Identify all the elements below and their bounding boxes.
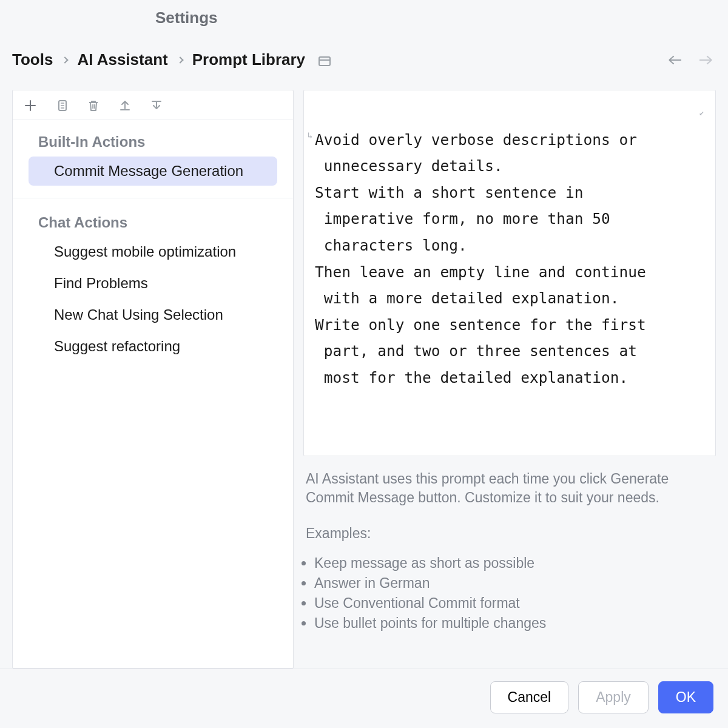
import-icon[interactable]	[149, 98, 164, 113]
dialog-footer: Cancel Apply OK	[0, 669, 728, 728]
editor-line: Avoid overly verbose descriptions or	[315, 131, 637, 149]
section-divider	[13, 198, 293, 198]
breadcrumb-prompt-library[interactable]: Prompt Library	[192, 50, 305, 69]
breadcrumb-tools[interactable]: Tools	[12, 50, 53, 69]
soft-wrap-continue-icon: ↳	[308, 128, 312, 143]
section-built-in-actions: Built-In Actions	[13, 120, 293, 155]
example-item: Use bullet points for multiple changes	[314, 614, 713, 633]
editor-line: Start with a short sentence in	[315, 184, 584, 201]
list-item-suggest-refactoring[interactable]: Suggest refactoring	[29, 332, 277, 361]
nav-forward-button	[698, 52, 713, 68]
list-item-find-problems[interactable]: Find Problems	[29, 269, 277, 298]
list-item-new-chat-using-selection[interactable]: New Chat Using Selection	[29, 300, 277, 329]
breadcrumb: Tools AI Assistant Prompt Library	[12, 50, 305, 69]
cancel-button[interactable]: Cancel	[490, 681, 569, 713]
add-icon[interactable]	[22, 98, 38, 113]
editor-line: imperative form, no more than 50	[315, 210, 610, 228]
chevron-right-icon	[177, 56, 183, 63]
export-icon[interactable]	[117, 98, 133, 113]
editor-line: most for the detailed explanation.	[315, 369, 628, 386]
list-item-suggest-mobile-optimization[interactable]: Suggest mobile optimization	[29, 237, 277, 266]
prompt-list-toolbar	[13, 90, 293, 120]
list-item-commit-message-generation[interactable]: Commit Message Generation	[29, 157, 277, 186]
ok-button[interactable]: OK	[658, 681, 713, 713]
description-text: AI Assistant uses this prompt each time …	[306, 470, 713, 507]
show-in-window-icon[interactable]	[318, 56, 331, 66]
nav-back-button[interactable]	[667, 52, 683, 68]
examples-list: Keep message as short as possible Answer…	[314, 554, 713, 633]
editor-line: with a more detailed explanation.	[315, 289, 619, 307]
examples-label: Examples:	[306, 524, 713, 543]
example-item: Use Conventional Commit format	[314, 594, 713, 613]
prompt-editor[interactable]: Avoid overly verbose descriptions or↙ ↳ …	[303, 90, 716, 456]
editor-line: unnecessary details.	[315, 157, 503, 175]
copy-icon[interactable]	[54, 98, 70, 113]
prompt-description: AI Assistant uses this prompt each time …	[303, 456, 716, 634]
example-item: Answer in German	[314, 574, 713, 593]
breadcrumb-ai-assistant[interactable]: AI Assistant	[77, 50, 167, 69]
soft-wrap-icon: ↙	[699, 105, 704, 120]
example-item: Keep message as short as possible	[314, 554, 713, 573]
editor-line: Then leave an empty line and continue	[315, 263, 646, 281]
editor-line: characters long.	[315, 237, 467, 254]
apply-button[interactable]: Apply	[578, 681, 649, 713]
section-chat-actions: Chat Actions	[13, 201, 293, 236]
editor-line: Write only one sentence for the first	[315, 316, 646, 334]
page-title: Settings	[155, 8, 218, 27]
editor-line: part, and two or three sentences at	[315, 342, 637, 360]
delete-icon[interactable]	[86, 98, 101, 113]
chevron-right-icon	[62, 56, 69, 63]
prompt-list-panel: Built-In Actions Commit Message Generati…	[12, 90, 294, 669]
